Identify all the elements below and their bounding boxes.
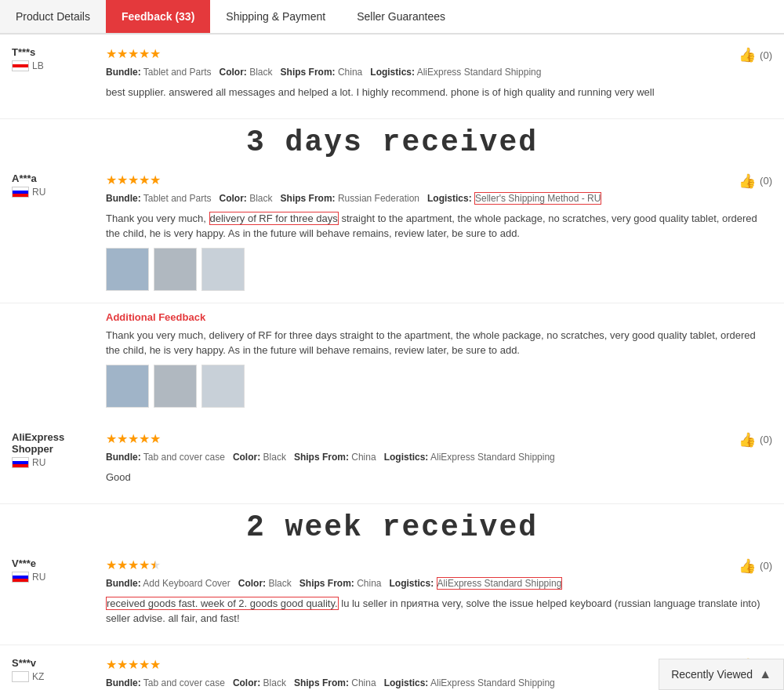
star-3: ★ — [128, 557, 139, 572]
review-meta: Bundle: Tablet and Parts Color: Black Sh… — [106, 191, 772, 206]
reviewer-info: S***v KZ — [12, 657, 106, 690]
recently-viewed-panel[interactable]: Recently Viewed ▲ — [659, 659, 784, 690]
reviewer-country: RU — [12, 457, 106, 468]
star-5: ★ — [150, 172, 161, 187]
review-item: A***a RU ★ ★ ★ ★ ★ Bundle: Tablet and Pa… — [0, 161, 784, 303]
review-meta: Bundle: Tablet and Parts Color: Black Sh… — [106, 65, 772, 80]
tab-seller[interactable]: Seller Guarantees — [341, 0, 461, 33]
boxed-phrase: received goods fast. week of 2. goods go… — [106, 597, 339, 610]
meta-logistics-boxed: Seller's Shipping Method - RU — [474, 192, 601, 205]
star-rating: ★ ★ ★ ★ ★ — [106, 46, 772, 61]
flag-ru — [12, 572, 29, 583]
star-2: ★ — [117, 172, 128, 187]
chevron-up-icon: ▲ — [759, 667, 771, 681]
review-meta: Bundle: Tab and cover case Color: Black … — [106, 450, 772, 465]
star-2: ★ — [117, 557, 128, 572]
reviewer-info: AliExpress Shopper RU — [12, 431, 106, 492]
meta-logistics-boxed: AliExpress Standard Shipping — [437, 577, 563, 590]
additional-feedback-text: Thank you very much, delivery of RF for … — [106, 328, 772, 358]
review-meta: Bundle: Add Keyboard Cover Color: Black … — [106, 576, 772, 591]
star-3: ★ — [128, 431, 139, 446]
flag-ru — [12, 187, 29, 198]
additional-thumb[interactable] — [106, 365, 149, 408]
star-5: ★ — [150, 431, 161, 446]
star-1: ★ — [106, 46, 117, 61]
star-4: ★ — [139, 657, 150, 672]
star-2: ★ — [117, 46, 128, 61]
review-thumb[interactable] — [106, 248, 149, 291]
meta-color: Black — [249, 67, 272, 78]
meta-color: Black — [263, 677, 286, 688]
review-thumb[interactable] — [201, 248, 245, 291]
star-4: ★ — [139, 557, 150, 572]
flag-lb — [12, 60, 29, 71]
reviewer-info: T***s LB — [12, 46, 106, 107]
meta-ships: Russian Federation — [338, 193, 419, 204]
helpful-count: (0) — [760, 560, 772, 572]
meta-color: Black — [249, 193, 272, 204]
helpful-count: (0) — [760, 49, 772, 61]
star-1: ★ — [106, 557, 117, 572]
reviewer-name: AliExpress Shopper — [12, 431, 106, 455]
reviewer-name: V***e — [12, 557, 106, 569]
star-2: ★ — [117, 657, 128, 672]
thumbs-up-icon: 👍 — [739, 172, 756, 190]
reviewer-name: S***v — [12, 657, 106, 669]
meta-bundle: Tablet and Parts — [143, 193, 212, 204]
review-text: received goods fast. week of 2. goods go… — [106, 596, 772, 626]
helpful-button[interactable]: 👍 (0) — [739, 431, 772, 448]
star-4: ★ — [139, 172, 150, 187]
country-label: RU — [32, 187, 45, 198]
review-item: AliExpress Shopper RU ★ ★ ★ ★ ★ Bundle: … — [0, 419, 784, 504]
review-item: T***s LB ★ ★ ★ ★ ★ Bundle: Tablet and Pa… — [0, 34, 784, 119]
helpful-button[interactable]: 👍 (0) — [739, 557, 772, 575]
tab-feedback[interactable]: Feedback (33) — [106, 0, 210, 33]
tab-product-details[interactable]: Product Details — [0, 0, 106, 33]
star-5-half: ★★ — [150, 557, 161, 572]
star-3: ★ — [128, 657, 139, 672]
meta-ships: China — [351, 452, 376, 463]
review-item: V***e RU ★ ★ ★ ★ ★★ Bundle: Add Keyboard… — [0, 546, 784, 645]
meta-logistics: AliExpress Standard Shipping — [430, 452, 555, 463]
recently-viewed-label: Recently Viewed — [671, 668, 753, 681]
helpful-count: (0) — [760, 434, 772, 445]
country-label: RU — [32, 457, 45, 468]
star-1: ★ — [106, 431, 117, 446]
country-label: RU — [32, 572, 45, 583]
additional-thumb[interactable] — [201, 365, 245, 408]
star-rating: ★ ★ ★ ★ ★★ — [106, 557, 772, 572]
meta-ships: China — [351, 677, 376, 688]
additional-thumb[interactable] — [154, 365, 197, 408]
reviewer-country: RU — [12, 572, 106, 583]
reviewer-info: V***e RU — [12, 557, 106, 633]
helpful-count: (0) — [760, 175, 772, 187]
additional-images — [106, 365, 772, 408]
thumbs-up-icon: 👍 — [739, 431, 756, 448]
helpful-button[interactable]: 👍 (0) — [739, 172, 772, 190]
meta-bundle: Add Keyboard Cover — [143, 578, 230, 589]
helpful-button[interactable]: 👍 (0) — [739, 46, 772, 64]
meta-ships: China — [357, 578, 381, 589]
country-label: LB — [32, 60, 44, 71]
star-5: ★ — [150, 46, 161, 61]
tab-shipping[interactable]: Shipping & Payment — [210, 0, 341, 33]
review-text: Good — [106, 470, 772, 485]
flag-ru — [12, 457, 29, 468]
thumbs-up-icon: 👍 — [739, 557, 756, 575]
meta-color: Black — [268, 578, 291, 589]
star-rating: ★ ★ ★ ★ ★ — [106, 172, 772, 187]
star-4: ★ — [139, 431, 150, 446]
review-content: ★ ★ ★ ★ ★ Bundle: Tab and cover case Col… — [106, 431, 772, 492]
review-content: ★ ★ ★ ★ ★★ Bundle: Add Keyboard Cover Co… — [106, 557, 772, 633]
reviewer-country: LB — [12, 60, 106, 71]
meta-bundle: Tab and cover case — [143, 452, 225, 463]
review-content: ★ ★ ★ ★ ★ Bundle: Tablet and Parts Color… — [106, 172, 772, 291]
thumbs-up-icon: 👍 — [739, 46, 756, 64]
meta-bundle: Tablet and Parts — [143, 67, 212, 78]
review-thumb[interactable] — [154, 248, 197, 291]
highlight-3days: 3 days received — [0, 119, 784, 161]
reviewer-name: A***a — [12, 172, 106, 184]
highlight-text: 2 week received — [246, 510, 538, 544]
star-3: ★ — [128, 172, 139, 187]
star-3: ★ — [128, 46, 139, 61]
